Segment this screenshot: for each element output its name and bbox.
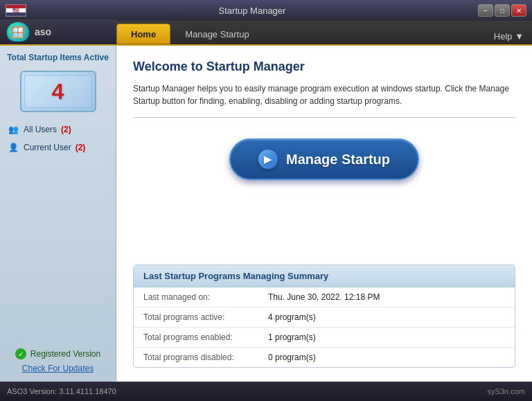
summary-label-2: Total programs enabled:	[143, 332, 268, 342]
summary-value-2: 1 program(s)	[268, 332, 316, 342]
flag-icon: 🇺🇸	[6, 4, 26, 17]
summary-label-0: Last managed on:	[143, 292, 268, 302]
tab-bar: 🪟 aso Home Manage Startup Help ▼	[0, 21, 532, 46]
window-title: Startup Manager	[26, 6, 478, 16]
all-users-count: (2)	[61, 125, 71, 134]
summary-row-0: Last managed on: Thu. June 30, 2022. 12:…	[134, 287, 515, 308]
sidebar: Total Startup Items Active 4 👥 All Users…	[0, 46, 116, 382]
current-user-count: (2)	[76, 143, 86, 152]
registered-check-icon: ✓	[15, 348, 26, 359]
summary-value-0: Thu. June 30, 2022. 12:18 PM	[268, 292, 380, 302]
window-controls: − □ ✕	[478, 4, 526, 17]
summary-box: Last Startup Programs Managing Summary L…	[133, 265, 515, 368]
app-logo: 🪟 aso	[0, 19, 116, 44]
summary-row-1: Total programs active: 4 program(s)	[134, 308, 515, 328]
summary-value-1: 4 program(s)	[268, 312, 316, 322]
close-button[interactable]: ✕	[511, 4, 526, 17]
summary-row-3: Total programs disabled: 0 program(s)	[134, 348, 515, 367]
current-user-label: Current User	[24, 143, 71, 152]
version-label: ASO3 Version: 3.11.4111.18470	[7, 387, 116, 395]
summary-header: Last Startup Programs Managing Summary	[134, 265, 515, 287]
minimize-button[interactable]: −	[478, 4, 493, 17]
watermark-label: syS3n.com	[488, 387, 525, 395]
current-user-icon: 👤	[7, 141, 19, 154]
count-box-inner	[24, 75, 92, 108]
content-title: Welcome to Startup Manager	[133, 60, 515, 74]
tab-home[interactable]: Home	[116, 24, 170, 44]
current-user-item: 👤 Current User (2)	[0, 139, 116, 157]
startup-count-box: 4	[20, 71, 96, 112]
status-bar: ASO3 Version: 3.11.4111.18470 syS3n.com	[0, 382, 532, 401]
summary-label-3: Total programs disabled:	[143, 353, 268, 362]
title-bar: 🇺🇸 Startup Manager − □ ✕	[0, 0, 532, 21]
registered-badge: ✓ Registered Version	[8, 346, 107, 362]
help-button[interactable]: Help ▼	[486, 28, 532, 44]
summary-value-3: 0 program(s)	[268, 353, 316, 362]
main-area: Total Startup Items Active 4 👥 All Users…	[0, 46, 532, 382]
sidebar-title: Total Startup Items Active	[1, 53, 114, 68]
check-updates-link[interactable]: Check For Updates	[15, 362, 100, 375]
content-panel: Welcome to Startup Manager Startup Manag…	[116, 46, 532, 382]
all-users-label: All Users	[24, 125, 57, 134]
restore-button[interactable]: □	[495, 4, 510, 17]
manage-startup-button[interactable]: ▶ Manage Startup	[229, 139, 419, 180]
app-name-label: aso	[35, 26, 51, 37]
tab-manage-startup[interactable]: Manage Startup	[170, 24, 264, 44]
manage-btn-container: ▶ Manage Startup	[133, 139, 515, 180]
registered-label: Registered Version	[30, 349, 100, 359]
summary-row-2: Total programs enabled: 1 program(s)	[134, 328, 515, 348]
tabs-area: Home Manage Startup	[116, 21, 264, 44]
play-icon: ▶	[258, 150, 278, 169]
summary-label-1: Total programs active:	[143, 312, 268, 322]
app-logo-icon: 🪟	[7, 22, 29, 42]
all-users-item: 👥 All Users (2)	[0, 121, 116, 139]
all-users-icon: 👥	[7, 123, 19, 136]
content-description: Startup Manager helps you to easily mana…	[133, 82, 515, 118]
